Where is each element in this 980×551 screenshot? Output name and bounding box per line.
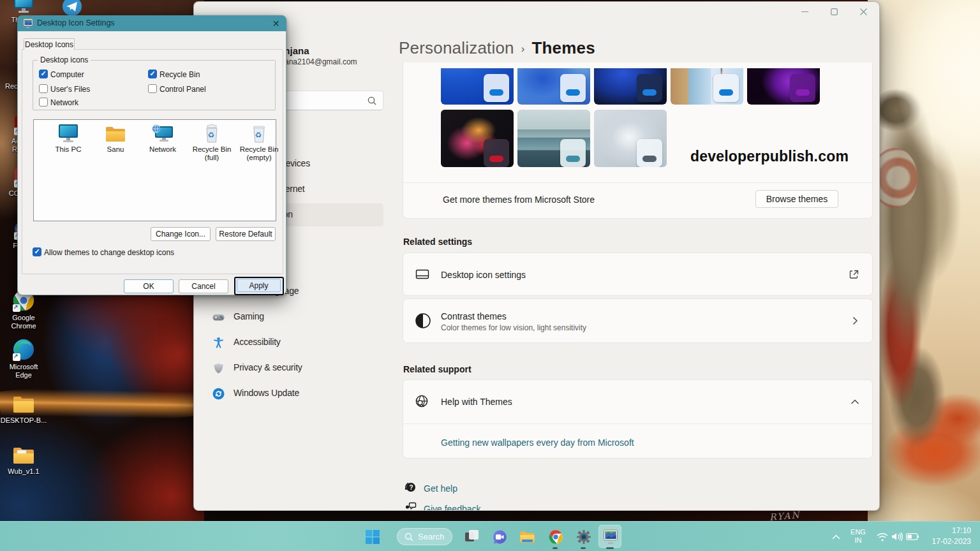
dialog-titlebar-icon [23, 18, 33, 31]
settings-window: Sanjana sanjana2104@gmail.com System Blu… [193, 1, 880, 511]
tab-desktop-icons[interactable]: Desktop Icons [24, 38, 75, 50]
list-item-label: This PC [46, 145, 91, 154]
settings-taskbar-icon[interactable] [575, 529, 591, 545]
theme-thumbnail-2[interactable] [517, 68, 590, 105]
contrast-icon [415, 312, 431, 332]
checkbox-label: User's Files [50, 85, 90, 94]
help-with-themes-header[interactable]: Help with Themes [403, 380, 872, 423]
theme-thumbnail-7[interactable] [517, 110, 590, 167]
minimize-button[interactable] [790, 2, 819, 21]
card-divider [403, 182, 872, 183]
theme-thumbnail-5[interactable] [747, 68, 820, 105]
theme-thumbnail-6[interactable] [441, 110, 514, 167]
get-help-row[interactable]: ? Get help [403, 480, 457, 497]
this-pc-icon [57, 124, 79, 143]
svg-text:♻: ♻ [208, 131, 215, 140]
folder-icon [12, 445, 35, 466]
tray-language-indicator[interactable]: ENG IN [849, 528, 868, 545]
desktop-icon-label: GoogleChrome [0, 314, 47, 330]
theme-window-overlay [713, 74, 739, 102]
desktop-icon-folder-wub[interactable]: Wub_v1.1 [0, 445, 47, 476]
sidebar-item-accessibility[interactable]: Accessibility [204, 331, 383, 354]
battery-icon[interactable] [905, 529, 920, 545]
theme-window-overlay [484, 74, 509, 102]
list-item-label: Recycle Bin(empty) [236, 145, 282, 161]
checkbox-users-files[interactable] [39, 84, 48, 93]
folder-icon [12, 394, 35, 415]
desktop-icon-settings-taskbar-icon[interactable] [602, 529, 618, 545]
desktop-icon-settings-row[interactable]: Desktop icon settings [403, 253, 873, 296]
contrast-themes-row[interactable]: Contrast themes Color themes for low vis… [403, 298, 873, 343]
taskbar-search-box[interactable]: Search [397, 528, 452, 545]
desktop-icon-settings-dialog: Desktop Icon Settings ✕ Desktop Icons De… [17, 15, 286, 295]
maximize-button[interactable] [819, 2, 849, 21]
dialog-titlebar[interactable]: Desktop Icon Settings ✕ [17, 15, 286, 31]
desktop-icon-label: DESKTOP-B... [0, 416, 47, 425]
theme-thumbnail-8[interactable] [594, 110, 667, 167]
file-explorer-button[interactable] [519, 529, 535, 545]
list-item-this-pc[interactable]: This PC [46, 124, 91, 154]
sidebar-item-label: Gaming [234, 311, 264, 321]
theme-window-overlay [790, 74, 815, 102]
theme-accent-pill [489, 89, 503, 96]
sidebar-item-windows-update[interactable]: Windows Update [204, 382, 383, 405]
checkbox-computer[interactable] [39, 70, 48, 78]
volume-icon[interactable] [890, 529, 904, 545]
task-view-button[interactable] [464, 529, 480, 545]
help-card-divider [403, 423, 872, 424]
shield-icon [212, 362, 225, 374]
ok-button[interactable]: OK [124, 279, 174, 293]
svg-text:?: ? [409, 484, 413, 491]
checkbox-recycle-bin[interactable] [148, 70, 157, 78]
browse-themes-button[interactable]: Browse themes [755, 190, 838, 208]
tray-chevron-up-icon[interactable] [829, 529, 842, 545]
list-item-recycle-bin-empty[interactable]: ♻ Recycle Bin(empty) [236, 124, 282, 161]
shortcut-arrow [13, 353, 20, 361]
give-feedback-row[interactable]: Give feedback [403, 501, 481, 511]
get-help-link[interactable]: Get help [424, 483, 457, 494]
close-button[interactable] [849, 2, 878, 21]
tray-date: 17-02-2023 [932, 536, 971, 547]
dialog-close-icon[interactable]: ✕ [271, 18, 281, 29]
breadcrumb: Personalization › Themes [399, 38, 595, 58]
page-title: Themes [531, 38, 595, 58]
sidebar-item-gaming[interactable]: Gaming [204, 305, 383, 328]
checkbox-allow-themes[interactable] [33, 247, 41, 256]
list-item-network[interactable]: Network [140, 124, 185, 154]
themes-card: developerpublish.com Get more themes fro… [403, 62, 873, 219]
list-item-recycle-bin-full[interactable]: ♻ Recycle Bin(full) [189, 124, 235, 161]
breadcrumb-personalization[interactable]: Personalization [399, 38, 514, 58]
checkbox-label: Network [50, 98, 78, 107]
this-pc-icon [13, 0, 34, 14]
theme-thumbnail-3[interactable] [594, 68, 667, 105]
sidebar-item-privacy-security[interactable]: Privacy & security [204, 356, 383, 379]
chevron-right-icon [850, 316, 859, 328]
help-wallpapers-link[interactable]: Getting new wallpapers every day from Mi… [441, 437, 634, 448]
accessibility-icon [212, 337, 225, 349]
start-button[interactable] [364, 529, 380, 545]
cancel-button[interactable]: Cancel [179, 279, 228, 293]
desktop-icon-edge[interactable]: MicrosoftEdge [0, 338, 47, 379]
list-item-label: Recycle Bin(full) [189, 145, 235, 161]
list-item-label-line: (full) [205, 154, 219, 161]
list-item-sanu[interactable]: Sanu [93, 124, 138, 154]
dialog-title: Desktop Icon Settings [37, 18, 115, 27]
chrome-taskbar-icon[interactable] [547, 529, 563, 545]
desktop-icon-folder-desktop[interactable]: DESKTOP-B... [0, 394, 47, 425]
checkbox-control-panel[interactable] [148, 84, 157, 93]
checkbox-network[interactable] [39, 98, 48, 107]
search-icon [368, 96, 376, 108]
chat-button[interactable] [491, 529, 507, 545]
theme-window-overlay [637, 139, 662, 167]
change-icon-button[interactable]: Change Icon... [151, 227, 211, 241]
theme-accent-pill [642, 89, 657, 96]
wifi-icon[interactable] [875, 529, 889, 545]
theme-thumbnail-1[interactable] [441, 68, 514, 105]
theme-art [747, 68, 820, 105]
taskbar: Search ENG IN [0, 521, 980, 551]
tray-clock[interactable]: 17:10 17-02-2023 [932, 525, 971, 547]
restore-default-button[interactable]: Restore Default [216, 227, 276, 241]
apply-button[interactable]: Apply [237, 279, 281, 292]
theme-thumbnail-4[interactable] [671, 68, 743, 105]
give-feedback-link[interactable]: Give feedback [424, 504, 481, 511]
